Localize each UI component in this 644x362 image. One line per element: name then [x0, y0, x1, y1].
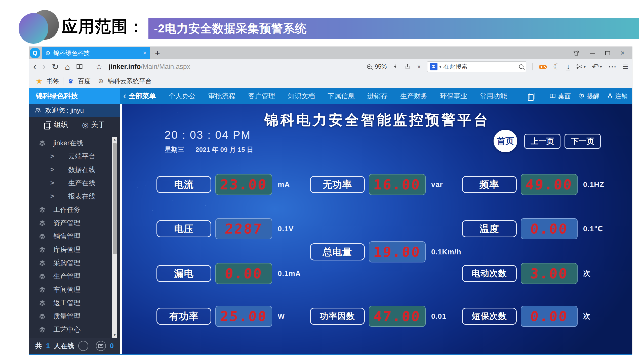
- meter-temperature: 温度 0.00 0.1℃: [462, 218, 611, 239]
- scrollbar-thumb[interactable]: [113, 143, 117, 254]
- sidebar-item-warehouse-mgmt[interactable]: 库房管理: [29, 243, 120, 256]
- sidebar-item-production-online[interactable]: >生产在线: [29, 176, 120, 190]
- meter-unit: var: [431, 180, 459, 189]
- sidebar-item-asset-mgmt[interactable]: 资产管理: [29, 216, 120, 230]
- night-mode-moon-icon[interactable]: ☾: [553, 63, 560, 71]
- active-tab[interactable]: ⊕ 锦科绿色科技 ×: [42, 47, 150, 59]
- sidebar-item-sales-mgmt[interactable]: 销售管理: [29, 230, 120, 243]
- nav-item-customer-mgmt[interactable]: 客户管理: [248, 92, 275, 101]
- message-icon[interactable]: [96, 341, 106, 351]
- toolbar-divider: [89, 63, 89, 70]
- download-icon[interactable]: ↓: [566, 63, 570, 70]
- sidebar-item-workshop-mgmt[interactable]: 车间管理: [29, 283, 120, 296]
- chevron-down-icon[interactable]: ∨: [417, 64, 421, 69]
- bookmarks-star-icon[interactable]: ★: [36, 77, 43, 85]
- search-engine-paw-icon[interactable]: [430, 63, 437, 70]
- engine-dropdown-icon[interactable]: ▾: [439, 64, 441, 69]
- search-icon[interactable]: [519, 64, 524, 69]
- zoom-level[interactable]: 95%: [375, 63, 387, 70]
- bookmark-baidu[interactable]: 百度: [78, 77, 91, 85]
- more-icon[interactable]: ⋯: [608, 62, 617, 71]
- nav-item-subordinate-info[interactable]: 下属信息: [328, 92, 355, 101]
- message-count[interactable]: 0: [110, 342, 114, 350]
- about-button[interactable]: ◎ 关于: [82, 120, 105, 129]
- sidebar-scrollbar[interactable]: ▲ ▼: [112, 137, 117, 338]
- sidebar-item-jinker-online[interactable]: jinker在线: [29, 136, 120, 150]
- favorite-star-icon[interactable]: ☆: [95, 63, 103, 71]
- nav-item-common-functions[interactable]: 常用功能: [480, 92, 507, 101]
- sidebar-item-process-center[interactable]: 工艺中心: [29, 323, 120, 336]
- sidebar-item-purchase-mgmt[interactable]: 采购管理: [29, 256, 120, 269]
- scroll-up-icon[interactable]: ▲: [112, 137, 117, 142]
- sidebar-item-report-online[interactable]: >报表在线: [29, 190, 120, 203]
- theme-tshirt-icon[interactable]: [573, 50, 580, 56]
- sidebar-item-rework-mgmt[interactable]: 返工管理: [29, 296, 120, 309]
- sidebar-item-cloud-platform[interactable]: >云端平台: [29, 150, 120, 163]
- nav-item-all-menu[interactable]: 全部菜单: [129, 92, 156, 101]
- nav-remind-button[interactable]: 提醒: [578, 92, 599, 100]
- menu-icon[interactable]: ≡: [623, 62, 628, 71]
- nav-desktop-button[interactable]: 桌面: [549, 92, 571, 100]
- clip-tool[interactable]: ▾: [576, 63, 586, 70]
- restore-button[interactable]: [605, 51, 610, 55]
- refresh-icon[interactable]: ↻: [52, 62, 59, 71]
- meter-display: 25.00: [215, 306, 272, 327]
- layers-icon: [39, 286, 46, 293]
- sidebar-footer: 共 1 人在线 0: [29, 338, 120, 354]
- games-gamepad-icon[interactable]: [539, 63, 547, 70]
- home-icon[interactable]: ⌂: [65, 62, 70, 71]
- minimize-button[interactable]: [590, 53, 595, 54]
- meter-label: 总电量: [310, 243, 365, 260]
- browser-logo-icon[interactable]: Q: [30, 48, 40, 58]
- prev-page-button[interactable]: 上一页: [524, 134, 560, 149]
- forward-icon[interactable]: ›: [43, 62, 46, 71]
- nav-logout-button[interactable]: 注销: [607, 92, 628, 100]
- meter-display: 0.00: [521, 218, 578, 239]
- reading-list-icon[interactable]: [76, 63, 83, 70]
- nav-item-inventory[interactable]: 进销存: [367, 92, 388, 101]
- sidebar-item-production-mgmt[interactable]: 生产管理: [29, 269, 120, 283]
- meter-value: 0.00: [530, 308, 569, 324]
- nav-item-production-finance[interactable]: 生产财务: [400, 92, 427, 101]
- search-box[interactable]: ▾ 在此搜索: [427, 61, 526, 72]
- org-button[interactable]: 组织: [44, 120, 68, 129]
- scroll-down-icon[interactable]: ▼: [112, 332, 117, 338]
- bookmark-root-label[interactable]: 书签: [47, 77, 59, 85]
- layers-icon: [39, 313, 46, 320]
- layers-icon: [39, 273, 46, 280]
- baidu-paw-icon[interactable]: [67, 78, 74, 84]
- sidebar-item-data-online[interactable]: >数据在线: [29, 163, 120, 176]
- nav-collapse-icon[interactable]: ‹: [123, 91, 126, 101]
- undo-tool[interactable]: ↶ ▾: [592, 62, 602, 71]
- sidebar-item-work-tasks[interactable]: 工作任务: [29, 203, 120, 216]
- nav-pages-icon[interactable]: [530, 93, 535, 99]
- nav-item-knowledge-docs[interactable]: 知识文档: [288, 92, 315, 101]
- nav-item-personal-office[interactable]: 个人办公: [169, 92, 196, 101]
- bookmark-jinker-cloud[interactable]: 锦科云系统平台: [108, 77, 152, 85]
- sidebar-item-quality-mgmt[interactable]: 质量管理: [29, 309, 120, 323]
- app-brand[interactable]: 锦科绿色科技: [29, 88, 120, 104]
- tab-close-icon[interactable]: ×: [143, 50, 146, 57]
- nav-item-approval-flow[interactable]: 审批流程: [208, 92, 235, 101]
- meter-label: 电流: [156, 176, 211, 193]
- slide-banner: -2电力安全数据采集预警系统: [148, 18, 639, 39]
- home-page-button[interactable]: 首页: [494, 130, 517, 152]
- logo-circle: [19, 13, 48, 44]
- back-icon[interactable]: ‹: [33, 62, 36, 71]
- zoom-out-icon[interactable]: [367, 64, 372, 69]
- close-button[interactable]: ×: [621, 50, 625, 57]
- search-input[interactable]: 在此搜索: [444, 63, 517, 71]
- layers-icon: [39, 219, 46, 227]
- browser-window: Q ⊕ 锦科绿色科技 × + × ‹ › ↻ ⌂ ☆ jinker.info/M…: [29, 47, 632, 354]
- layers-icon: [39, 233, 46, 240]
- new-tab-button[interactable]: +: [155, 48, 160, 58]
- bookmarks-divider: [63, 77, 63, 85]
- next-page-button[interactable]: 下一页: [565, 134, 601, 149]
- share-icon[interactable]: [404, 63, 411, 70]
- clip-dropdown-icon: ▾: [584, 64, 586, 69]
- nav-item-environmental[interactable]: 环保事业: [440, 92, 467, 101]
- address-bar[interactable]: jinker.info/Main/Main.aspx: [109, 63, 190, 71]
- online-suffix: 人在线: [54, 341, 74, 350]
- content-area: 欢迎您 : jinyu 组织 ◎ 关于 jinker在线 >云端平台 >数据在线…: [29, 104, 632, 354]
- flash-speed-icon[interactable]: [393, 63, 398, 70]
